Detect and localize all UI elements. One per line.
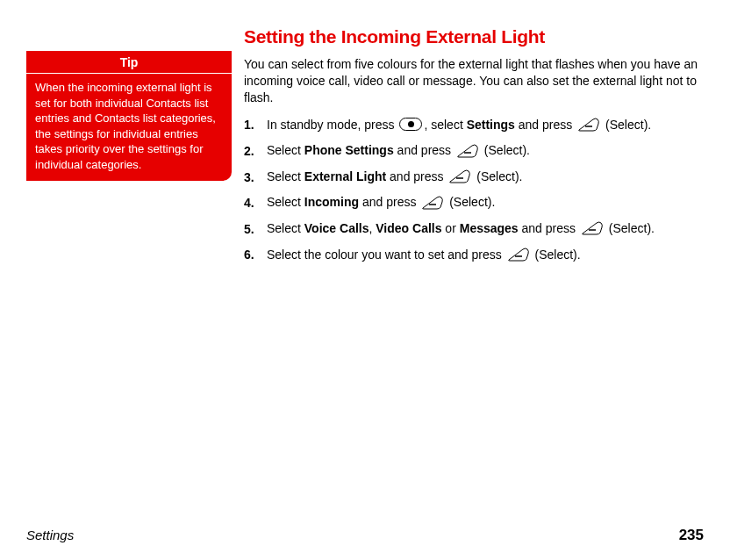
step-number: 2. (244, 144, 267, 158)
bold-term: Messages (460, 221, 519, 235)
step-number: 6. (244, 248, 267, 262)
footer-page-number: 235 (679, 527, 704, 544)
step-text: Select the colour you want to set and pr… (267, 247, 704, 264)
step-number: 5. (244, 222, 267, 236)
step-text: Select Phone Settings and press (Select)… (267, 142, 704, 160)
tip-box: Tip When the incoming external light is … (26, 51, 232, 181)
softkey-icon (448, 169, 471, 183)
softkey-icon (581, 221, 604, 235)
softkey-icon (421, 196, 444, 210)
step-item: 6.Select the colour you want to set and … (244, 247, 704, 264)
bold-term: Phone Settings (304, 143, 394, 157)
intro-paragraph: You can select from five colours for the… (244, 56, 704, 106)
softkey-icon (507, 248, 530, 262)
tip-header: Tip (26, 51, 232, 74)
step-number: 1. (244, 118, 267, 132)
step-item: 3.Select External Light and press (Selec… (244, 169, 704, 186)
bold-term: Settings (467, 118, 515, 132)
step-item: 5.Select Voice Calls, Video Calls or Mes… (244, 220, 704, 238)
step-item: 2.Select Phone Settings and press (Selec… (244, 142, 704, 160)
step-item: 4.Select Incoming and press (Select). (244, 194, 704, 212)
step-number: 3. (244, 170, 267, 184)
step-number: 4. (244, 196, 267, 210)
center-key-icon (399, 118, 422, 131)
sidebar: Tip When the incoming external light is … (26, 26, 244, 518)
softkey-icon (456, 144, 479, 158)
step-item: 1.In standby mode, press , select Settin… (244, 117, 704, 134)
page-title: Setting the Incoming External Light (244, 26, 704, 47)
bold-term: Voice Calls (304, 221, 369, 235)
footer-section: Settings (26, 528, 74, 542)
step-text: Select Incoming and press (Select). (267, 194, 704, 212)
page-body: Tip When the incoming external light is … (0, 0, 730, 518)
bold-term: Incoming (304, 195, 359, 209)
page-footer: Settings 235 (26, 527, 704, 544)
softkey-icon (577, 118, 600, 132)
step-text: Select External Light and press (Select)… (267, 169, 704, 186)
steps-list: 1.In standby mode, press , select Settin… (244, 117, 704, 264)
step-text: In standby mode, press , select Settings… (267, 117, 704, 134)
bold-term: External Light (304, 169, 386, 183)
main-content: Setting the Incoming External Light You … (244, 26, 704, 518)
bold-term: Video Calls (376, 221, 441, 235)
tip-body: When the incoming external light is set … (26, 74, 232, 181)
step-text: Select Voice Calls, Video Calls or Messa… (267, 220, 704, 238)
